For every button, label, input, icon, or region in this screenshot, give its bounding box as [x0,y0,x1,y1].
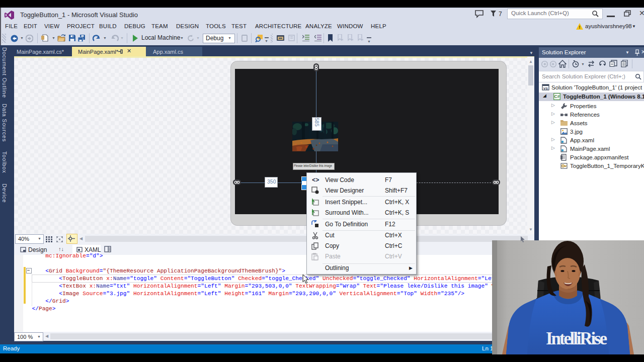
svg-text:!: ! [579,25,581,30]
svg-text:C#: C# [554,94,560,99]
svg-text:vs: vs [543,86,548,90]
svg-text:IntelliRise: IntelliRise [546,329,607,348]
